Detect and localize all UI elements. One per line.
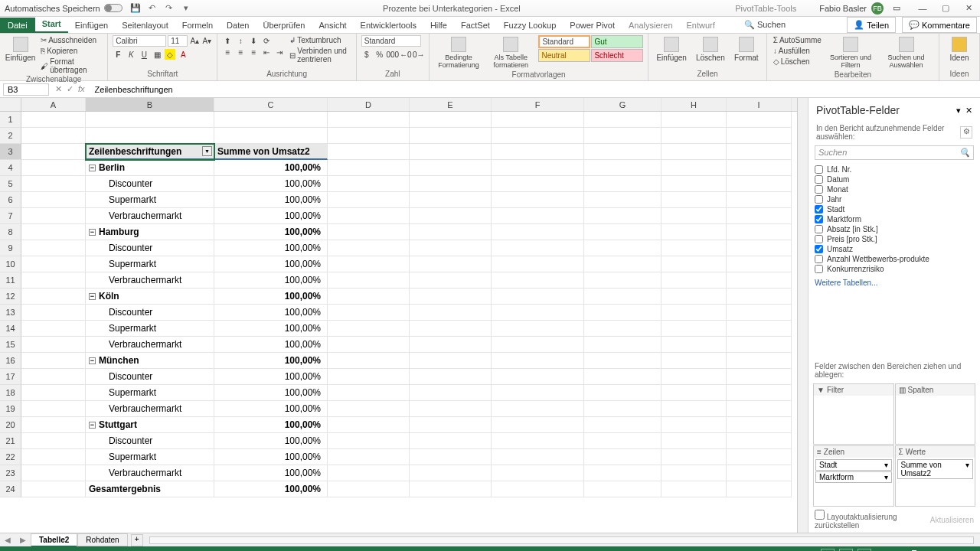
indent-increase-icon[interactable]: ⇥ — [274, 47, 285, 57]
field-checkbox[interactable] — [815, 165, 823, 174]
cell[interactable] — [584, 337, 662, 353]
row-header[interactable]: 23 — [0, 465, 21, 481]
cell[interactable] — [328, 433, 410, 449]
format-as-table-button[interactable]: Als Tabelle formatieren — [486, 35, 535, 70]
file-tab[interactable]: Datei — [0, 18, 35, 33]
row-header[interactable]: 4 — [0, 160, 21, 176]
pivot-row-label[interactable]: −Hamburg — [86, 224, 214, 240]
align-right-icon[interactable]: ≡ — [248, 47, 259, 57]
comma-icon[interactable]: 000 — [387, 49, 398, 60]
cell[interactable] — [662, 401, 727, 417]
pivot-row-label[interactable]: Discounter — [86, 176, 214, 192]
pivot-row-label[interactable]: Supermarkt — [86, 192, 214, 208]
row-header[interactable]: 19 — [0, 401, 21, 417]
pivot-row-label[interactable]: Discounter — [86, 240, 214, 256]
col-header-h[interactable]: H — [662, 98, 727, 111]
close-button[interactable]: ✕ — [957, 0, 980, 17]
cell[interactable] — [727, 433, 792, 449]
cell[interactable] — [727, 353, 792, 369]
cell[interactable] — [584, 321, 662, 337]
cell[interactable] — [662, 112, 727, 128]
pivot-value-cell[interactable]: 100,00% — [214, 433, 328, 449]
qat-dropdown-icon[interactable]: ▾ — [181, 3, 191, 14]
row-header[interactable]: 5 — [0, 176, 21, 192]
cell[interactable] — [21, 160, 86, 176]
sort-filter-button[interactable]: Sortieren und Filtern — [826, 35, 875, 70]
pivot-value-cell[interactable]: 100,00% — [214, 385, 328, 401]
font-color-icon[interactable]: A — [178, 49, 188, 60]
cell[interactable] — [662, 240, 727, 256]
field-checkbox[interactable] — [815, 265, 823, 273]
row-header[interactable]: 22 — [0, 449, 21, 465]
cell[interactable] — [727, 417, 792, 433]
cell[interactable] — [328, 337, 410, 353]
cell[interactable] — [21, 112, 86, 128]
panel-dropdown-icon[interactable]: ▾ — [956, 106, 961, 116]
cell[interactable] — [410, 128, 492, 144]
cell[interactable] — [410, 401, 492, 417]
cell[interactable] — [21, 305, 86, 321]
cell[interactable] — [662, 337, 727, 353]
field-item[interactable]: Preis [pro Stk.] — [815, 234, 974, 244]
conditional-format-button[interactable]: Bedingte Formatierung — [434, 35, 483, 70]
cell[interactable] — [584, 176, 662, 192]
cell[interactable] — [727, 256, 792, 272]
align-bottom-icon[interactable]: ⬇ — [248, 35, 259, 46]
col-header-e[interactable]: E — [410, 98, 492, 111]
pivot-row-label[interactable]: −München — [86, 353, 214, 369]
copy-button[interactable]: ⎘ Kopieren — [39, 46, 103, 56]
cell[interactable] — [727, 465, 792, 481]
cell[interactable] — [410, 433, 492, 449]
field-item[interactable]: Marktform — [815, 214, 974, 224]
cell[interactable] — [727, 240, 792, 256]
cut-button[interactable]: ✂ Ausschneiden — [39, 35, 103, 45]
filter-dropdown-icon[interactable]: ▼ — [202, 146, 212, 156]
row-header[interactable]: 15 — [0, 337, 21, 353]
collapse-icon[interactable]: − — [89, 293, 96, 300]
cell[interactable] — [727, 289, 792, 305]
cell[interactable] — [727, 272, 792, 289]
cell[interactable] — [584, 192, 662, 208]
pivot-row-label[interactable]: Supermarkt — [86, 385, 214, 401]
cell[interactable] — [328, 321, 410, 337]
cell[interactable] — [410, 337, 492, 353]
col-header-b[interactable]: B — [86, 98, 214, 111]
cell[interactable] — [584, 417, 662, 433]
field-item[interactable]: Jahr — [815, 194, 974, 204]
name-box[interactable]: B3 — [3, 83, 49, 96]
cell[interactable] — [584, 385, 662, 401]
pivot-row-label-header[interactable]: Zeilenbeschriftungen▼ — [86, 144, 214, 160]
row-header[interactable]: 3 — [0, 144, 21, 160]
enter-formula-icon[interactable]: ✓ — [67, 84, 74, 94]
field-item[interactable]: Anzahl Wettbewerbs-produkte — [815, 254, 974, 264]
cell[interactable] — [410, 208, 492, 224]
field-item[interactable]: Monat — [815, 184, 974, 194]
merge-center-button[interactable]: ⊟ Verbinden und zentrieren — [288, 46, 351, 64]
cell[interactable] — [492, 192, 584, 208]
cell[interactable] — [21, 224, 86, 240]
gear-icon[interactable]: ⚙ — [960, 126, 972, 139]
minimize-button[interactable]: — — [911, 0, 934, 17]
field-checkbox[interactable] — [815, 225, 823, 233]
cell[interactable] — [21, 433, 86, 449]
vertical-scrollbar[interactable] — [797, 98, 808, 533]
cell[interactable] — [584, 224, 662, 240]
pivot-row-label[interactable]: Verbrauchermarkt — [86, 337, 214, 353]
pivot-value-cell[interactable]: 100,00% — [214, 305, 328, 321]
pivot-value-cell[interactable]: 100,00% — [214, 353, 328, 369]
cell[interactable] — [727, 208, 792, 224]
cell[interactable] — [662, 449, 727, 465]
cell[interactable] — [328, 289, 410, 305]
cell[interactable] — [584, 240, 662, 256]
collapse-icon[interactable]: − — [89, 422, 96, 429]
pivot-value-cell[interactable]: 100,00% — [214, 401, 328, 417]
row-header[interactable]: 20 — [0, 417, 21, 433]
border-icon[interactable]: ▦ — [152, 49, 162, 60]
cell[interactable] — [584, 256, 662, 272]
pivot-value-cell[interactable]: 100,00% — [214, 272, 328, 289]
tab-daten[interactable]: Daten — [220, 18, 256, 33]
cell[interactable] — [584, 369, 662, 385]
pivot-value-cell[interactable]: 100,00% — [214, 240, 328, 256]
cell[interactable] — [584, 128, 662, 144]
tab-fuzzy[interactable]: Fuzzy Lookup — [497, 18, 563, 33]
